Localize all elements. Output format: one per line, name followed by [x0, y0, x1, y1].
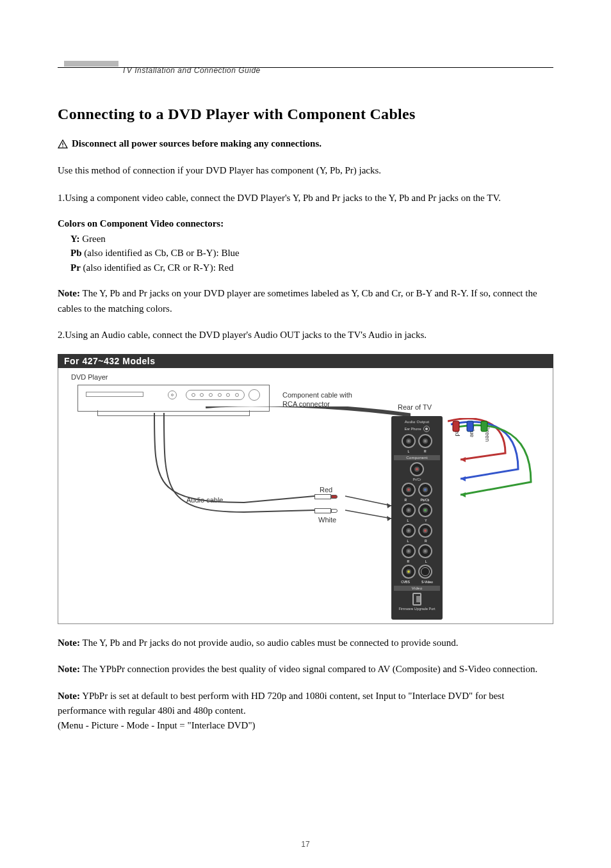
panel-pbcb-label: Pb/Cb — [420, 498, 429, 502]
component-cable-label: Component cable with RCA connector — [282, 390, 366, 409]
note-2-text: The Y, Pb and Pr jacks do not provide au… — [80, 638, 458, 648]
diagram-body: DVD Player Component cable with RCA conn… — [58, 368, 553, 624]
page-content: Connecting to a DVD Player with Componen… — [0, 0, 611, 759]
panel-av-l-label: L — [425, 559, 427, 563]
colors-heading: Colors on Component Video connectors: — [58, 218, 553, 229]
panel-audio-out-l — [402, 434, 416, 448]
note-3: Note: The YPbPr connection provides the … — [58, 662, 553, 677]
dvd-port-1 — [168, 390, 177, 399]
panel-video-label: Video — [394, 586, 440, 591]
color-pr: Pr (also identified as Cr, CR or R-Y): R… — [58, 261, 553, 275]
svg-marker-11 — [460, 476, 466, 481]
color-y: Y: Green — [58, 232, 553, 246]
color-pr-text: (also identified as Cr, CR or R-Y): Red — [81, 262, 234, 273]
panel-component-label: Component — [394, 455, 440, 460]
panel-prcr-jack — [410, 462, 424, 476]
page-title: Connecting to a DVD Player with Componen… — [58, 106, 553, 123]
panel-av-r-jack — [418, 524, 432, 538]
panel-audio-r-jack — [402, 483, 416, 497]
dvd-tray — [86, 392, 143, 397]
color-pb-label: Pb — [70, 248, 82, 258]
rca-white-label: White — [318, 516, 336, 524]
svg-rect-7 — [453, 421, 459, 431]
step-2: 2.Using an Audio cable, connect the DVD … — [58, 328, 553, 342]
intro-text: Use this method of connection if your DV… — [58, 163, 553, 178]
panel-firmware-port — [412, 593, 421, 606]
panel-firmware-label: Firmware Upgrade Port — [391, 607, 443, 611]
note-4-extra: (Menu - Picture - Mode - Input = "Interl… — [58, 720, 256, 730]
color-pb: Pb (also identified as Cb, CB or B-Y): B… — [58, 246, 553, 261]
panel-earphone-label: Ear Phone — [405, 427, 421, 431]
warning-line: Disconnect all power sources before maki… — [58, 138, 553, 149]
panel-l-label: L — [407, 518, 409, 522]
svg-point-2 — [62, 146, 63, 147]
component-cable-fan — [448, 418, 550, 520]
panel-audio-output: Audio Output — [391, 420, 443, 424]
note-3-text: The YPbPr connection provides the best q… — [80, 664, 537, 674]
panel-y-label: Y — [425, 518, 427, 522]
svg-line-5 — [345, 510, 391, 518]
panel-av-r-label: R — [425, 539, 427, 543]
color-y-label: Y: — [70, 234, 79, 244]
audio-cable-label: Audio cable — [186, 496, 224, 504]
header-rule — [58, 67, 553, 68]
note-2: Note: The Y, Pb and Pr jacks do not prov… — [58, 636, 553, 650]
note-2-label: Note: — [58, 638, 80, 648]
panel-av-l2-jack — [402, 544, 416, 558]
panel-cvbs-jack — [402, 565, 416, 579]
svg-line-3 — [345, 496, 391, 506]
panel-pbcb-jack — [418, 483, 432, 497]
tv-rear-panel: Audio Output Ear Phone LR Component Pr/C… — [391, 416, 443, 620]
panel-earphone-jack — [423, 426, 430, 432]
panel-audio-out-r — [418, 434, 432, 448]
rear-of-tv-label: Rear of TV — [398, 403, 432, 411]
panel-svideo-jack — [418, 565, 432, 579]
dvd-port-2 — [248, 389, 260, 401]
cable-lines — [77, 406, 411, 547]
rca-red-label: Red — [320, 486, 332, 494]
note-4: Note: YPbPr is set at default to best pe… — [58, 689, 553, 734]
warning-icon — [58, 140, 68, 149]
panel-av-l3-jack — [418, 544, 432, 558]
svg-marker-10 — [460, 457, 466, 462]
panel-svideo-label: S-Video — [421, 580, 433, 584]
note-1-text: The Y, Pb and Pr jacks on your DVD playe… — [58, 288, 537, 313]
warning-text: Disconnect all power sources before maki… — [72, 138, 322, 149]
note-4-text: YPbPr is set at default to best perform … — [58, 691, 504, 716]
panel-av-l-jack — [402, 524, 416, 538]
dvd-component-out — [186, 390, 245, 400]
svg-marker-4 — [387, 503, 391, 508]
panel-r-label: R — [405, 498, 407, 502]
note-4-label: Note: — [58, 691, 80, 701]
diagram: For 427~432 Models DVD Player Component … — [58, 354, 553, 624]
panel-prcr-label: Pr/Cr — [391, 478, 443, 481]
color-y-text: Green — [79, 234, 105, 244]
header-accent — [64, 61, 118, 67]
panel-y-jack — [418, 503, 432, 517]
note-1: Note: The Y, Pb and Pr jacks on your DVD… — [58, 286, 553, 316]
note-1-label: Note: — [58, 288, 80, 298]
dvd-player-drawing — [77, 385, 270, 412]
diagram-title: For 427~432 Models — [58, 354, 553, 368]
color-pb-text: (also identified as Cb, CB or B-Y): Blue — [82, 248, 240, 258]
page-number: 17 — [0, 840, 611, 849]
rca-plug-red — [314, 494, 341, 500]
panel-audio-l-jack — [402, 503, 416, 517]
rca-plug-white — [314, 508, 341, 514]
color-pr-label: Pr — [70, 262, 81, 273]
note-3-label: Note: — [58, 664, 80, 674]
step-1: 1.Using a component video cable, connect… — [58, 191, 553, 205]
dvd-player-label: DVD Player — [71, 373, 108, 381]
panel-cvbs-label: CVBS — [401, 580, 410, 584]
svg-rect-8 — [467, 421, 473, 431]
svg-marker-6 — [387, 516, 391, 521]
svg-marker-12 — [460, 492, 466, 497]
svg-rect-9 — [481, 421, 487, 431]
